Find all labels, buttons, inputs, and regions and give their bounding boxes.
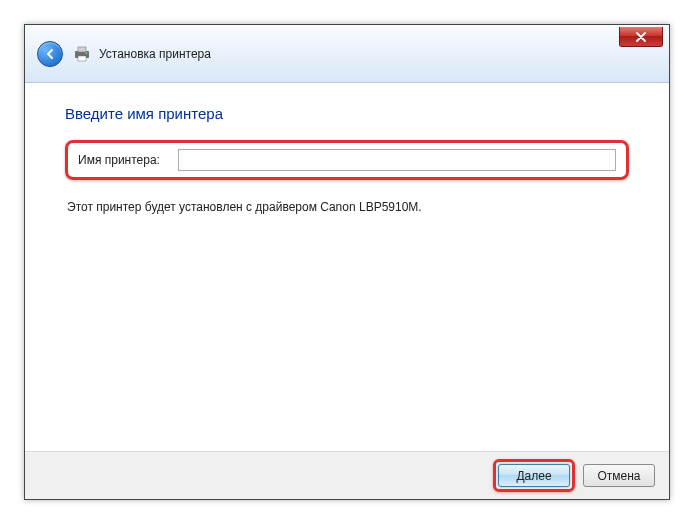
footer: Далее Отмена	[25, 451, 669, 499]
window-title: Установка принтера	[99, 47, 211, 61]
svg-rect-2	[78, 56, 86, 61]
page-heading: Введите имя принтера	[65, 105, 629, 122]
next-button-highlight: Далее	[493, 459, 575, 492]
driver-info-text: Этот принтер будет установлен с драйверо…	[65, 200, 629, 214]
printer-name-input[interactable]	[178, 149, 616, 171]
titlebar: Установка принтера	[25, 25, 669, 83]
svg-rect-1	[78, 47, 86, 52]
close-icon	[636, 32, 646, 42]
content-area: Введите имя принтера Имя принтера: Этот …	[25, 83, 669, 214]
printer-name-label: Имя принтера:	[78, 153, 178, 167]
printer-icon	[73, 46, 91, 62]
svg-point-3	[86, 52, 88, 54]
printer-name-row: Имя принтера:	[65, 140, 629, 180]
cancel-button[interactable]: Отмена	[583, 464, 655, 487]
next-button[interactable]: Далее	[498, 464, 570, 487]
back-button[interactable]	[37, 41, 63, 67]
wizard-window: Установка принтера Введите имя принтера …	[24, 24, 670, 500]
close-button[interactable]	[619, 27, 663, 47]
arrow-left-icon	[43, 47, 57, 61]
